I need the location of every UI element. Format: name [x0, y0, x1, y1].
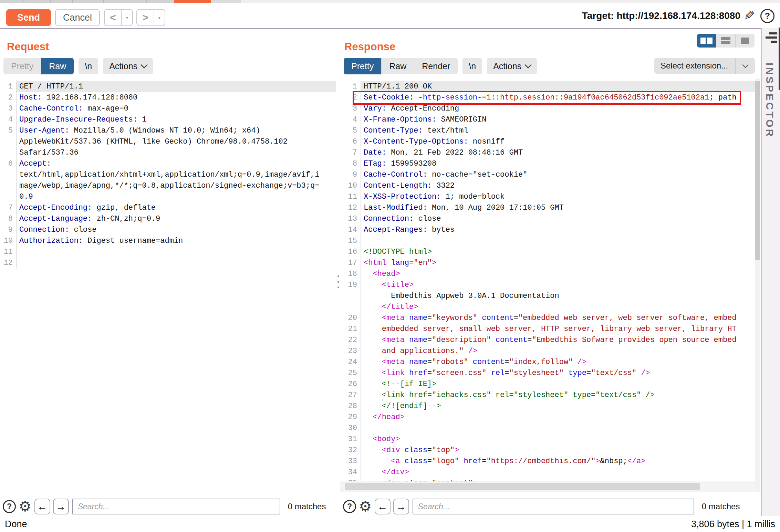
help-icon[interactable]: ? [760, 9, 774, 23]
code-line[interactable]: 12Last-Modified: Mon, 10 Aug 2020 17:10:… [340, 202, 755, 213]
inspector-tab-label[interactable]: INSPECTOR [764, 63, 776, 138]
code-line[interactable]: 27 <link href="iehacks.css" rel="stylesh… [340, 390, 755, 401]
layout-rows-button[interactable] [716, 34, 736, 48]
code-line[interactable]: 7Accept-Encoding: gzip, deflate [0, 202, 336, 213]
code-line[interactable]: 33 <a class="logo" href="https://embedth… [340, 456, 755, 467]
code-line[interactable]: </title> [340, 302, 755, 313]
code-line[interactable]: 23 and applications." /> [340, 346, 755, 357]
code-line[interactable]: 12 [0, 258, 336, 269]
code-line[interactable]: 5User-Agent: Mozilla/5.0 (Windows NT 10.… [0, 125, 336, 136]
next-request-dropdown[interactable]: ▾ [154, 10, 165, 25]
inspector-collapse-icon[interactable] [765, 32, 777, 46]
tab-response-raw[interactable]: Raw [382, 58, 414, 74]
search-next-button[interactable]: → [53, 499, 69, 514]
code-line[interactable]: 5Content-Type: text/html [340, 125, 755, 136]
layout-columns-button[interactable] [697, 34, 716, 48]
previous-request-dropdown[interactable]: ▾ [121, 10, 132, 25]
code-line[interactable]: 25 <link href="screen.css" rel="styleshe… [340, 368, 755, 379]
code-line[interactable]: 11 [0, 247, 336, 258]
response-vertical-scrollbar[interactable] [755, 79, 760, 492]
code-line[interactable]: 1HTTP/1.1 200 OK [340, 81, 755, 92]
line-number: 10 [340, 180, 361, 191]
search-next-button[interactable]: → [393, 499, 409, 514]
code-line[interactable]: 4X-Frame-Options: SAMEORIGIN [340, 114, 755, 125]
scrollbar-thumb[interactable] [755, 81, 760, 260]
code-line[interactable]: AppleWebKit/537.36 (KHTML, like Gecko) C… [0, 136, 336, 147]
search-settings-gear-icon[interactable]: ⚙ [359, 500, 372, 513]
code-line[interactable]: 17<html lang="en"> [340, 258, 755, 269]
response-search-input[interactable] [413, 499, 694, 514]
code-line[interactable]: 14Accept-Ranges: bytes [340, 225, 755, 236]
search-previous-button[interactable]: ← [375, 499, 391, 514]
search-settings-gear-icon[interactable]: ⚙ [19, 500, 32, 513]
code-line[interactable]: 24 <meta name="robots" content="index,fo… [340, 357, 755, 368]
previous-request-button[interactable]: < [105, 10, 121, 25]
code-line[interactable]: 34 </div> [340, 467, 755, 478]
response-match-count: 0 matches [702, 502, 740, 511]
scrollbar-thumb[interactable] [345, 483, 700, 490]
tab-response-newline[interactable]: \n [462, 58, 482, 74]
send-button[interactable]: Send [6, 9, 51, 26]
code-line[interactable]: 29 </head> [340, 412, 755, 423]
cancel-button[interactable]: Cancel [55, 9, 100, 26]
request-search-input[interactable] [72, 499, 280, 514]
code-line[interactable]: 3Cache-Control: max-age=0 [0, 103, 336, 114]
code-line[interactable]: 26 <!--[if IE]> [340, 379, 755, 390]
code-line[interactable]: 7Date: Mon, 21 Feb 2022 08:48:16 GMT [340, 147, 755, 158]
code-line[interactable]: 11X-XSS-Protection: 1; mode=block [340, 191, 755, 202]
code-line[interactable]: 1GET / HTTP/1.1 [0, 81, 336, 92]
code-line[interactable]: 13Connection: close [340, 213, 755, 225]
panel-splitter-handle[interactable] [337, 275, 340, 295]
search-help-icon[interactable]: ? [3, 500, 16, 513]
code-line[interactable]: Embedthis Appweb 3.0A.1 Documentation [340, 291, 755, 302]
code-line[interactable]: 31 <body> [340, 434, 755, 445]
response-actions-button[interactable]: Actions [487, 58, 537, 74]
code-line[interactable]: 0.9 [0, 191, 336, 202]
code-line[interactable]: 10Authorization: Digest username=admin [0, 236, 336, 247]
layout-single-button[interactable] [736, 34, 755, 48]
code-line[interactable]: text/html,application/xhtml+xml,applicat… [0, 169, 336, 180]
code-line[interactable]: 8ETag: 1599593208 [340, 158, 755, 169]
tab-request-raw[interactable]: Raw [41, 58, 74, 74]
code-line[interactable]: 21 embedded server, small web server, HT… [340, 324, 755, 335]
tab-request-newline[interactable]: \n [79, 58, 98, 74]
edit-target-icon[interactable]: ✎ [744, 8, 755, 23]
line-number: 14 [340, 225, 361, 236]
request-actions-button[interactable]: Actions [103, 58, 153, 74]
inspector-panel-collapsed[interactable]: INSPECTOR [761, 28, 780, 516]
search-help-icon[interactable]: ? [343, 500, 356, 513]
code-line[interactable]: 20 <meta name="keywords" content="embedd… [340, 313, 755, 324]
response-editor[interactable]: 1HTTP/1.1 200 OK2Set-Cookie: -http-sessi… [340, 79, 755, 492]
next-request-button[interactable]: > [137, 10, 154, 25]
previous-request-button-group: < ▾ [104, 9, 133, 26]
code-line[interactable]: 9Cache-Control: no-cache="set-cookie" [340, 169, 755, 180]
active-tab-indicator[interactable] [174, 0, 211, 3]
code-line[interactable]: 18 <head> [340, 269, 755, 280]
code-line[interactable]: 6Accept: [0, 158, 336, 169]
search-previous-button[interactable]: ← [34, 499, 50, 514]
code-line[interactable]: 6X-Content-Type-Options: nosniff [340, 136, 755, 147]
code-line[interactable]: 3Vary: Accept-Encoding [340, 103, 755, 114]
code-line[interactable]: 19 <title> [340, 280, 755, 291]
code-line[interactable]: 9Connection: close [0, 225, 336, 236]
tab-request-pretty[interactable]: Pretty [3, 58, 41, 74]
select-extension-dropdown[interactable]: Select extension... [654, 58, 755, 74]
code-line[interactable]: 2Set-Cookie: -http-session-=1::http.sess… [340, 92, 755, 103]
code-line[interactable]: 4Upgrade-Insecure-Requests: 1 [0, 114, 336, 125]
code-line[interactable]: 15 [340, 236, 755, 247]
code-line[interactable]: 30 [340, 423, 755, 434]
tab-response-pretty[interactable]: Pretty [344, 58, 382, 74]
code-line[interactable]: 16<!DOCTYPE html> [340, 247, 755, 258]
code-line[interactable]: mage/webp,image/apng,*/*;q=0.8,applicati… [0, 180, 336, 191]
code-line[interactable]: 10Content-Length: 3322 [340, 180, 755, 191]
code-line[interactable]: 8Accept-Language: zh-CN,zh;q=0.9 [0, 213, 336, 225]
code-line[interactable]: 32 <div class="top"> [340, 445, 755, 456]
code-line[interactable]: 28 </![endif]--> [340, 401, 755, 412]
code-line[interactable]: 22 <meta name="description" content="Emb… [340, 335, 755, 346]
response-horizontal-scrollbar[interactable] [340, 481, 755, 492]
request-editor[interactable]: 1GET / HTTP/1.12Host: 192.168.174.128:80… [0, 79, 336, 492]
code-line[interactable]: 2Host: 192.168.174.128:8080 [0, 92, 336, 103]
tab-response-render[interactable]: Render [414, 58, 458, 74]
line-number: 27 [340, 390, 361, 401]
code-line[interactable]: Safari/537.36 [0, 147, 336, 158]
